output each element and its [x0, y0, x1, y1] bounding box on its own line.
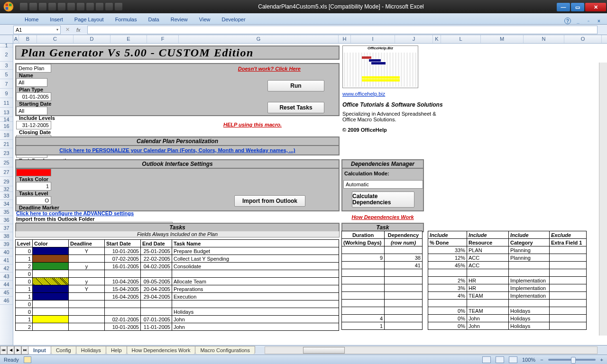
col-M[interactable]: M: [481, 35, 524, 43]
reset-button[interactable]: Reset Tasks: [267, 102, 324, 113]
col-L[interactable]: L: [441, 35, 481, 43]
sheet-tab-config[interactable]: Config: [51, 346, 76, 354]
advanced-settings-link[interactable]: Click here to configure the ADVANCED set…: [16, 210, 134, 216]
row-46[interactable]: 46: [0, 297, 13, 305]
name-box[interactable]: A1: [13, 26, 61, 34]
view-page-break-icon[interactable]: [509, 356, 517, 363]
macro-record-icon[interactable]: [24, 356, 31, 363]
tab-developer[interactable]: Developer: [216, 15, 251, 24]
tab-insert[interactable]: Insert: [44, 15, 69, 24]
fx-icon[interactable]: fx: [76, 27, 81, 33]
demo-plan-input[interactable]: Demo Plan: [16, 64, 51, 73]
col-B[interactable]: B: [19, 35, 37, 43]
sheet-tab-how-dependencies-work[interactable]: How Dependencies Work: [127, 346, 196, 354]
qat-save-icon[interactable]: [20, 3, 28, 10]
row-18[interactable]: 18: [0, 130, 13, 140]
row-34[interactable]: 34: [0, 200, 13, 208]
qat-icon-7[interactable]: [77, 3, 84, 10]
row-43[interactable]: 43: [0, 273, 13, 281]
sheet-tab-macro-configurations[interactable]: Macro Configurations: [195, 346, 255, 354]
how-deps-link[interactable]: How Dependencies Work: [341, 214, 424, 220]
row-25[interactable]: 25: [0, 158, 13, 167]
doesnt-work-link[interactable]: Doesn't work? Click Here: [238, 66, 301, 72]
row-42[interactable]: 42: [0, 264, 13, 273]
tab-nav-prev[interactable]: ◀: [7, 346, 14, 355]
row-44[interactable]: 44: [0, 281, 13, 289]
col-E[interactable]: E: [110, 35, 147, 43]
calculate-deps-button[interactable]: Calculate Dependencies: [352, 191, 414, 208]
qat-icon-10[interactable]: [105, 3, 113, 10]
table-row[interactable]: 45%ACC: [428, 262, 587, 269]
col-C[interactable]: C: [37, 35, 74, 43]
table-row[interactable]: 1Y15-04-200520-04-2005Preparations: [16, 285, 339, 293]
sheet-tab-help[interactable]: Help: [106, 346, 127, 354]
worksheet[interactable]: Plan Generator Vs 5.00 - CUSTOM Edition …: [13, 44, 607, 355]
qat-icon-6[interactable]: [67, 3, 75, 10]
row-41[interactable]: 41: [0, 256, 13, 264]
table-row[interactable]: 102-01-200507-01-2005John: [16, 316, 339, 323]
table-row[interactable]: 0%JohnHolidays: [428, 315, 587, 322]
row-13[interactable]: 13: [0, 108, 13, 117]
row-9[interactable]: 9: [0, 89, 13, 98]
row-35[interactable]: 35: [0, 208, 13, 216]
tab-page-layout[interactable]: Page Layout: [69, 15, 110, 24]
zoom-slider[interactable]: [548, 359, 596, 361]
tab-home[interactable]: Home: [19, 15, 44, 24]
tab-review[interactable]: Review: [165, 15, 193, 24]
qat-redo-icon[interactable]: [39, 3, 46, 10]
select-all-corner[interactable]: [0, 35, 13, 43]
table-row[interactable]: 0y10-04-200509-05-2005Allocate Team: [16, 278, 339, 285]
row-5[interactable]: 5: [0, 70, 13, 79]
minimize-button[interactable]: —: [557, 3, 570, 11]
table-row[interactable]: 3%HRImplementation: [428, 284, 587, 292]
col-D[interactable]: D: [74, 35, 110, 43]
run-button[interactable]: Run: [267, 80, 324, 91]
qat-icon-9[interactable]: [96, 3, 103, 10]
ribbon-close-icon[interactable]: ×: [596, 18, 602, 24]
office-button[interactable]: [0, 0, 17, 13]
calc-mode-input[interactable]: Automatic: [343, 180, 423, 189]
row-37[interactable]: 37: [0, 224, 13, 232]
row-2[interactable]: 2: [0, 47, 13, 62]
table-row[interactable]: [342, 284, 423, 292]
row-16[interactable]: 16: [0, 122, 13, 130]
row-21[interactable]: 21: [0, 140, 13, 148]
row-33[interactable]: 33: [0, 192, 13, 200]
import-outlook-button[interactable]: Import from Outlook: [234, 195, 305, 207]
vertical-scrollbar[interactable]: [599, 63, 607, 336]
table-row[interactable]: 33%PLANPlanning: [428, 246, 587, 254]
row-29[interactable]: 29: [0, 177, 13, 186]
table-row[interactable]: [342, 300, 423, 307]
formula-input[interactable]: [87, 26, 598, 34]
ribbon-restore-icon[interactable]: ▫: [585, 18, 592, 24]
table-row[interactable]: 1: [342, 322, 423, 330]
row-3[interactable]: 3: [0, 62, 13, 70]
table-row[interactable]: [342, 246, 423, 254]
col-I[interactable]: I: [351, 35, 395, 43]
horizontal-scrollbar[interactable]: [265, 346, 598, 354]
close-button[interactable]: ✕: [585, 3, 606, 11]
zoom-out-icon[interactable]: −: [540, 357, 543, 363]
include-levels-input[interactable]: All: [16, 107, 47, 115]
ribbon-minimize-icon[interactable]: _: [575, 18, 581, 24]
table-row[interactable]: [342, 269, 423, 277]
qat-icon-8[interactable]: [86, 3, 94, 10]
col-J[interactable]: J: [395, 35, 433, 43]
table-row[interactable]: 4%TEAMImplementation: [428, 292, 587, 300]
row-14[interactable]: 14: [0, 117, 13, 122]
row-27[interactable]: 27: [0, 167, 13, 177]
table-row[interactable]: 2%HRImplementation: [428, 277, 587, 284]
officehelp-link[interactable]: www.officehelp.biz: [342, 91, 485, 97]
table-row[interactable]: 116-04-200529-04-2005Execution: [16, 293, 339, 300]
table-row[interactable]: [342, 292, 423, 300]
table-row[interactable]: 4: [342, 315, 423, 322]
row-23[interactable]: 23: [0, 148, 13, 158]
table-row[interactable]: 0%JohnHolidays: [428, 322, 587, 330]
help-macro-link[interactable]: HELP using this macro.: [223, 122, 282, 127]
table-row[interactable]: 0%TEAMHolidays: [428, 307, 587, 315]
closing-date-input[interactable]: 31-12-2005: [16, 121, 51, 129]
qat-icon-5[interactable]: [58, 3, 65, 10]
table-row[interactable]: 0Holidays: [16, 308, 339, 316]
table-row[interactable]: 210-01-200511-01-2005John: [16, 323, 339, 331]
col-H[interactable]: H: [339, 35, 351, 43]
